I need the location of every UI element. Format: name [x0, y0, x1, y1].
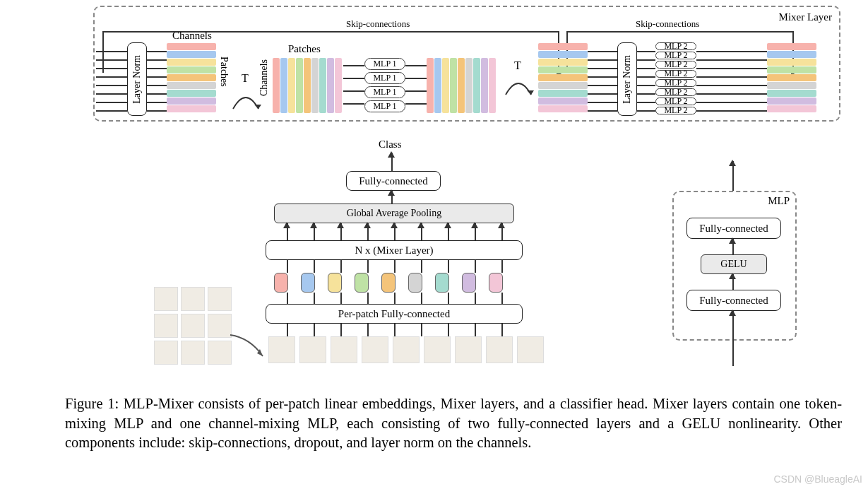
grid-patch — [181, 341, 205, 365]
mlp-fc2-label: Fully-connected — [699, 223, 768, 235]
input-lines-ln1 — [96, 47, 127, 117]
patches-label-v1: Patches — [218, 57, 230, 87]
mlp2-1: MLP 2 — [655, 42, 696, 50]
token — [408, 273, 422, 293]
patch-image — [268, 336, 295, 363]
mlp2-out-lines — [696, 47, 767, 117]
gap-label: Global Average Pooling — [347, 208, 441, 219]
channels-label: Channels — [172, 30, 212, 42]
mlp-fc1: Fully-connected — [686, 290, 781, 311]
mlp-gelu-label: GELU — [720, 259, 747, 270]
channels-stack-1 — [167, 43, 216, 116]
transpose-t-1: T — [242, 72, 249, 85]
token — [301, 273, 315, 293]
mlp2-7: MLP 2 — [655, 98, 696, 105]
grid-patch — [208, 287, 232, 311]
mlp1-1: MLP 1 — [364, 58, 405, 70]
channels-label-v: Channels — [258, 59, 270, 96]
mlp-fc1-label: Fully-connected — [699, 295, 768, 307]
token — [462, 273, 476, 293]
patch-image — [486, 336, 513, 363]
patch-row — [268, 336, 544, 363]
patches-stack-1 — [273, 58, 343, 113]
mlp2-8: MLP 2 — [655, 107, 696, 114]
token — [328, 273, 342, 293]
mlp1-4: MLP 1 — [364, 100, 405, 112]
fc-label: Fully-connected — [359, 175, 427, 187]
patch-image — [331, 336, 357, 363]
ln1-out-lines — [147, 47, 167, 117]
patch-image — [517, 336, 544, 363]
mlp2-4: MLP 2 — [655, 70, 696, 78]
watermark: CSDN @BlueagleAI — [774, 473, 863, 485]
from-mlp1-lines — [405, 62, 427, 112]
figure-caption: Figure 1: MLP-Mixer consists of per-patc… — [65, 394, 842, 453]
channels-stack-2 — [538, 43, 588, 116]
layer-norm-1: Layer Norm — [127, 42, 147, 116]
patches-label-h: Patches — [288, 43, 321, 55]
mixer-layer-title: Mixer Layer — [779, 11, 832, 23]
token — [489, 273, 503, 293]
token-row — [274, 273, 503, 293]
mlp-gelu: GELU — [701, 254, 767, 274]
grid-patch — [154, 341, 178, 365]
mlp1-3: MLP 1 — [364, 86, 405, 98]
per-patch-fc-label: Per-patch Fully-connected — [338, 308, 450, 320]
skip-label-1: Skip-connections — [346, 18, 410, 30]
mlp2-2: MLP 2 — [655, 52, 696, 59]
layer-norm-2-label: Layer Norm — [622, 55, 633, 104]
grid-patch — [154, 287, 178, 311]
gap-box: Global Average Pooling — [274, 204, 514, 223]
layer-norm-2: Layer Norm — [617, 42, 637, 116]
class-label: Class — [379, 139, 402, 151]
patch-image — [299, 336, 326, 363]
n-mixer-label: N x (Mixer Layer) — [355, 245, 433, 257]
skip-label-2: Skip-connections — [636, 18, 699, 30]
ln2-out-lines — [637, 47, 655, 117]
fc-box: Fully-connected — [346, 171, 441, 191]
to-mlp1-lines — [343, 62, 364, 112]
mlp2-3: MLP 2 — [655, 61, 696, 69]
grid-patch — [154, 314, 178, 338]
token — [355, 273, 369, 293]
to-ln2-lines — [588, 47, 617, 117]
channels-stack-3 — [767, 43, 816, 116]
grid-patch — [181, 287, 205, 311]
patch-arrows — [274, 324, 514, 336]
mlp2-5: MLP 2 — [655, 79, 696, 87]
mlp1-stack: MLP 1 MLP 1 MLP 1 MLP 1 — [364, 58, 405, 112]
transpose-arc-1 — [230, 83, 261, 114]
patch-image — [393, 336, 420, 363]
nmixer-arrows — [274, 260, 514, 273]
token — [381, 273, 396, 293]
mlp-fc2: Fully-connected — [686, 218, 781, 239]
mlp2-stack: MLP 2 MLP 2 MLP 2 MLP 2 MLP 2 MLP 2 MLP … — [655, 42, 696, 114]
mlp-title: MLP — [768, 195, 790, 207]
figure-canvas: Mixer Layer Skip-connections Skip-connec… — [0, 0, 868, 489]
patch-image — [362, 336, 388, 363]
per-patch-fc-box: Per-patch Fully-connected — [266, 304, 523, 324]
grid-patch — [181, 314, 205, 338]
patch-image — [455, 336, 482, 363]
token — [274, 273, 288, 293]
layer-norm-1-label: Layer Norm — [131, 55, 143, 104]
gap-arrows — [274, 223, 514, 240]
transpose-arc-2 — [503, 69, 534, 100]
n-mixer-box: N x (Mixer Layer) — [266, 240, 523, 260]
grid-to-patch-arrow — [226, 332, 268, 363]
patches-stack-2 — [427, 58, 497, 113]
image-grid — [154, 287, 232, 365]
mlp1-2: MLP 1 — [364, 72, 405, 84]
transpose-t-2: T — [514, 59, 521, 72]
token — [435, 273, 449, 293]
patch-image — [424, 336, 451, 363]
token-arrows — [274, 293, 514, 304]
mlp2-6: MLP 2 — [655, 88, 696, 96]
